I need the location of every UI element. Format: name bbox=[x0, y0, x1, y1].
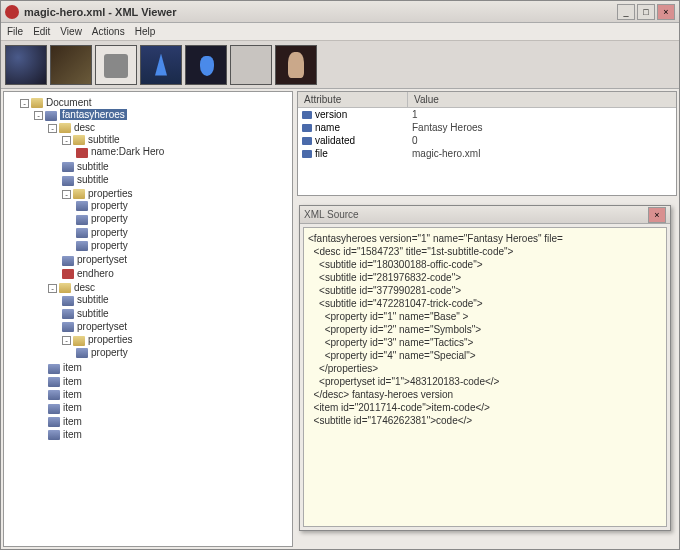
tree-node[interactable]: propertyset bbox=[62, 320, 290, 333]
tree-node[interactable]: item bbox=[48, 415, 290, 428]
source-window[interactable]: XML Source × <fantasyheroes version="1" … bbox=[299, 205, 671, 531]
tag-icon bbox=[45, 111, 57, 121]
tree-node[interactable]: propertyset bbox=[62, 253, 290, 266]
menu-actions[interactable]: Actions bbox=[92, 26, 125, 37]
attr-row[interactable]: validated 0 bbox=[298, 134, 676, 147]
menu-edit[interactable]: Edit bbox=[33, 26, 50, 37]
source-title-bar[interactable]: XML Source × bbox=[300, 206, 670, 224]
tree-panel[interactable]: -Document -fantasyheroes -desc -subtitle… bbox=[3, 91, 293, 547]
expand-icon[interactable]: - bbox=[48, 124, 57, 133]
attr-icon bbox=[302, 111, 312, 119]
red-tag-icon bbox=[62, 269, 74, 279]
src-line: <property id="3" name="Tactics"> bbox=[308, 336, 662, 349]
tree-node[interactable]: item bbox=[48, 388, 290, 401]
src-line: <fantasyheroes version="1" name="Fantasy… bbox=[308, 232, 662, 245]
toolbar bbox=[1, 41, 679, 89]
toolbar-btn-3[interactable] bbox=[95, 45, 137, 85]
tree-node[interactable]: subtitle bbox=[62, 160, 290, 173]
app-icon bbox=[5, 5, 19, 19]
tree-node[interactable]: name:Dark Hero bbox=[76, 145, 290, 158]
attr-value: 1 bbox=[408, 109, 676, 120]
tree-node[interactable]: item bbox=[48, 361, 290, 374]
src-line: <property id="1" name="Base" > bbox=[308, 310, 662, 323]
tag-icon bbox=[76, 215, 88, 225]
tag-icon bbox=[48, 364, 60, 374]
source-close-button[interactable]: × bbox=[648, 207, 666, 223]
tag-icon bbox=[48, 417, 60, 427]
menu-view[interactable]: View bbox=[60, 26, 82, 37]
body-area: -Document -fantasyheroes -desc -subtitle… bbox=[1, 89, 679, 549]
attr-row[interactable]: version 1 bbox=[298, 108, 676, 121]
title-bar[interactable]: magic-hero.xml - XML Viewer _ □ × bbox=[1, 1, 679, 23]
tree-node[interactable]: item bbox=[48, 401, 290, 414]
attr-value: magic-hero.xml bbox=[408, 148, 676, 159]
tree-node[interactable]: endhero bbox=[62, 267, 290, 280]
expand-icon[interactable]: - bbox=[48, 284, 57, 293]
tree-node[interactable]: item bbox=[48, 428, 290, 441]
expand-icon[interactable]: - bbox=[34, 111, 43, 120]
tag-icon bbox=[62, 322, 74, 332]
toolbar-btn-1[interactable] bbox=[5, 45, 47, 85]
tree-node[interactable]: property bbox=[76, 212, 290, 225]
expand-icon[interactable]: - bbox=[62, 336, 71, 345]
attr-name: version bbox=[315, 109, 347, 120]
expand-icon[interactable]: - bbox=[62, 190, 71, 199]
attr-value: 0 bbox=[408, 135, 676, 146]
tree-node[interactable]: -properties property property property p… bbox=[62, 187, 290, 254]
menu-bar: File Edit View Actions Help bbox=[1, 23, 679, 41]
close-button[interactable]: × bbox=[657, 4, 675, 20]
attributes-header: Attribute Value bbox=[298, 92, 676, 108]
tree-node[interactable]: subtitle bbox=[62, 293, 290, 306]
col-value[interactable]: Value bbox=[408, 92, 445, 107]
col-attribute[interactable]: Attribute bbox=[298, 92, 408, 107]
attr-name: validated bbox=[315, 135, 355, 146]
red-tag-icon bbox=[76, 148, 88, 158]
attr-name: file bbox=[315, 148, 328, 159]
toolbar-btn-4[interactable] bbox=[140, 45, 182, 85]
expand-icon[interactable]: - bbox=[20, 99, 29, 108]
tree-node[interactable]: subtitle bbox=[62, 307, 290, 320]
source-text-area[interactable]: <fantasyheroes version="1" name="Fantasy… bbox=[303, 227, 667, 527]
tree-node[interactable]: property bbox=[76, 346, 290, 359]
toolbar-btn-7[interactable] bbox=[275, 45, 317, 85]
window-title: magic-hero.xml - XML Viewer bbox=[24, 6, 617, 18]
menu-help[interactable]: Help bbox=[135, 26, 156, 37]
attr-row[interactable]: file magic-hero.xml bbox=[298, 147, 676, 160]
main-window: magic-hero.xml - XML Viewer _ □ × File E… bbox=[0, 0, 680, 550]
src-line: </properties> bbox=[308, 362, 662, 375]
toolbar-btn-2[interactable] bbox=[50, 45, 92, 85]
src-line: <subtitle id="472281047-trick-code"> bbox=[308, 297, 662, 310]
folder-icon bbox=[59, 123, 71, 133]
tree-node[interactable]: -desc subtitle subtitle propertyset -pro… bbox=[48, 281, 290, 361]
attr-icon bbox=[302, 124, 312, 132]
tree-node[interactable]: -properties property bbox=[62, 333, 290, 360]
menu-file[interactable]: File bbox=[7, 26, 23, 37]
tag-icon bbox=[62, 309, 74, 319]
maximize-button[interactable]: □ bbox=[637, 4, 655, 20]
tree-root[interactable]: -Document -fantasyheroes -desc -subtitle… bbox=[20, 96, 290, 443]
minimize-button[interactable]: _ bbox=[617, 4, 635, 20]
src-line: <property id="4" name="Special"> bbox=[308, 349, 662, 362]
src-line: <subtitle id="180300188-offic-code"> bbox=[308, 258, 662, 271]
toolbar-btn-6[interactable] bbox=[230, 45, 272, 85]
source-window-title: XML Source bbox=[304, 209, 648, 220]
tree-node[interactable]: property bbox=[76, 239, 290, 252]
src-line: <desc id="1584723" title="1st-subtitle-c… bbox=[308, 245, 662, 258]
expand-icon[interactable]: - bbox=[62, 136, 71, 145]
tree-node-selected[interactable]: -fantasyheroes -desc -subtitle name:Dark… bbox=[34, 108, 290, 442]
tree-node[interactable]: -desc -subtitle name:Dark Hero subtitle bbox=[48, 121, 290, 281]
tag-icon bbox=[48, 377, 60, 387]
tree-node[interactable]: property bbox=[76, 199, 290, 212]
attr-row[interactable]: name Fantasy Heroes bbox=[298, 121, 676, 134]
folder-icon bbox=[59, 283, 71, 293]
tree-node[interactable]: -subtitle name:Dark Hero bbox=[62, 133, 290, 160]
attr-value: Fantasy Heroes bbox=[408, 122, 676, 133]
src-line: <item id="2011714-code">item-code</> bbox=[308, 401, 662, 414]
tag-icon bbox=[62, 162, 74, 172]
tree-node[interactable]: item bbox=[48, 375, 290, 388]
toolbar-btn-5[interactable] bbox=[185, 45, 227, 85]
tree-node[interactable]: property bbox=[76, 226, 290, 239]
tag-icon bbox=[76, 348, 88, 358]
folder-icon bbox=[73, 189, 85, 199]
tree-node[interactable]: subtitle bbox=[62, 173, 290, 186]
